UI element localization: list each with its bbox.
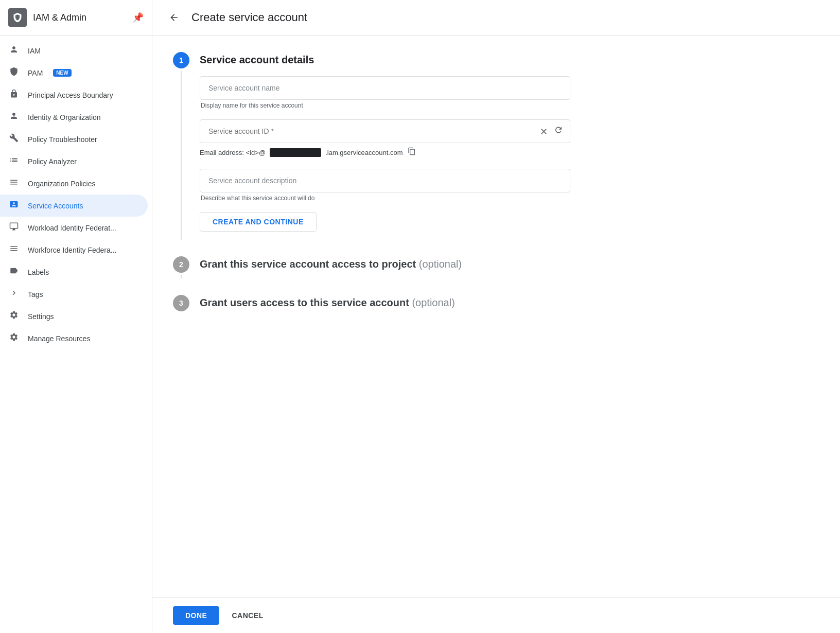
- email-suffix: .iam.gserviceaccount.com: [325, 149, 402, 156]
- tags-icon: [8, 288, 20, 300]
- sidebar-item-identity-org[interactable]: Identity & Organization: [0, 106, 148, 128]
- service-account-name-hint: Display name for this service account: [200, 102, 595, 109]
- create-and-continue-button[interactable]: CREATE AND CONTINUE: [200, 212, 317, 232]
- service-accounts-icon: [8, 200, 20, 212]
- labels-icon: [8, 266, 20, 278]
- done-button[interactable]: DONE: [173, 606, 219, 625]
- main-content: Create service account 1 Service account…: [152, 0, 840, 633]
- step1-indicator: 1: [173, 52, 189, 240]
- sidebar-item-workforce-identity[interactable]: Workforce Identity Federa...: [0, 239, 148, 261]
- sidebar-item-troubleshooter-label: Policy Troubleshooter: [28, 135, 97, 144]
- sidebar-item-manage-resources[interactable]: Manage Resources: [0, 327, 148, 349]
- step2-circle: 2: [173, 256, 189, 273]
- sidebar-item-analyzer-label: Policy Analyzer: [28, 157, 77, 166]
- sidebar-item-service-accounts[interactable]: Service Accounts: [0, 195, 148, 217]
- pam-badge: NEW: [53, 69, 71, 77]
- sidebar-item-workforce-label: Workforce Identity Federa...: [28, 246, 116, 254]
- service-account-description-hint: Describe what this service account will …: [200, 195, 595, 202]
- sidebar-item-iam-label: IAM: [28, 47, 41, 55]
- sidebar-item-iam[interactable]: IAM: [0, 40, 148, 62]
- step2-title: Grant this service account access to pro…: [200, 256, 595, 270]
- step1-content: Service account details Display name for…: [200, 52, 595, 240]
- sidebar-item-workload-label: Workload Identity Federat...: [28, 224, 116, 232]
- sidebar-item-service-accounts-label: Service Accounts: [28, 202, 83, 210]
- step2-content: Grant this service account access to pro…: [200, 256, 595, 278]
- org-policies-icon: [8, 178, 20, 189]
- email-address-row: Email address: <id>@ ██████████ .iam.gse…: [200, 146, 595, 159]
- iam-admin-logo: [8, 8, 27, 27]
- sidebar-item-pam-label: PAM: [28, 69, 43, 77]
- service-account-name-field: Display name for this service account: [200, 76, 595, 109]
- email-prefix: Email address: <id>@: [200, 149, 266, 156]
- sidebar-item-workload-identity[interactable]: Workload Identity Federat...: [0, 217, 148, 239]
- step3-content: Grant users access to this service accou…: [200, 295, 595, 317]
- service-account-id-input[interactable]: [200, 119, 570, 143]
- step2-optional: (optional): [419, 258, 462, 270]
- service-account-name-input[interactable]: [200, 76, 570, 100]
- step1-line: [181, 71, 182, 240]
- id-field-wrapper: ✕: [200, 119, 570, 143]
- sidebar-item-principal-access-boundary[interactable]: Principal Access Boundary: [0, 84, 148, 106]
- sidebar-title: IAM & Admin: [33, 12, 86, 23]
- pin-icon: 📌: [132, 12, 144, 23]
- sidebar-item-identity-label: Identity & Organization: [28, 113, 101, 121]
- pam-icon: [8, 67, 20, 79]
- sidebar-nav: IAM PAM NEW Principal Access Boundary Id…: [0, 36, 152, 633]
- sidebar-item-labels[interactable]: Labels: [0, 261, 148, 283]
- service-account-description-input[interactable]: [200, 169, 570, 192]
- step2-section: 2 Grant this service account access to p…: [173, 256, 595, 278]
- sidebar-item-settings-label: Settings: [28, 312, 54, 321]
- clear-id-button[interactable]: ✕: [539, 125, 549, 138]
- sidebar-header: IAM & Admin 📌: [0, 0, 152, 36]
- step3-title: Grant users access to this service accou…: [200, 295, 595, 309]
- sidebar-item-pam[interactable]: PAM NEW: [0, 62, 148, 84]
- step3-circle: 3: [173, 295, 189, 311]
- step1-section: 1 Service account details Display name f…: [173, 52, 595, 240]
- main-header: Create service account: [152, 0, 840, 36]
- sidebar-item-pab-label: Principal Access Boundary: [28, 91, 113, 99]
- step3-optional: (optional): [412, 297, 454, 308]
- sidebar-item-policy-analyzer[interactable]: Policy Analyzer: [0, 150, 148, 172]
- create-button-wrapper: CREATE AND CONTINUE: [200, 212, 595, 232]
- sidebar-item-manage-resources-label: Manage Resources: [28, 335, 90, 343]
- principal-access-icon: [8, 89, 20, 101]
- form-content: 1 Service account details Display name f…: [152, 36, 616, 333]
- step2-indicator: 2: [173, 256, 189, 278]
- copy-email-button[interactable]: [407, 146, 417, 159]
- step3-indicator: 3: [173, 295, 189, 317]
- service-account-description-field: Describe what this service account will …: [200, 169, 595, 202]
- id-field-icons: ✕: [539, 125, 564, 138]
- manage-resources-icon: [8, 332, 20, 344]
- settings-icon: [8, 310, 20, 322]
- workload-identity-icon: [8, 222, 20, 234]
- sidebar-item-labels-label: Labels: [28, 268, 49, 276]
- step1-title: Service account details: [200, 52, 595, 66]
- refresh-id-button[interactable]: [553, 125, 564, 138]
- iam-icon: [8, 45, 20, 57]
- workforce-identity-icon: [8, 244, 20, 256]
- email-domain-redacted: ██████████: [270, 148, 321, 157]
- sidebar-item-org-policies-label: Organization Policies: [28, 180, 96, 188]
- step1-circle: 1: [173, 52, 189, 68]
- step2-line: [181, 275, 182, 278]
- policy-analyzer-icon: [8, 155, 20, 167]
- sidebar-item-org-policies[interactable]: Organization Policies: [0, 172, 148, 195]
- sidebar: IAM & Admin 📌 IAM PAM NEW Principal Acce…: [0, 0, 152, 633]
- service-account-id-field: ✕ Email address: <id>@ ██████████ .iam.g…: [200, 119, 595, 159]
- cancel-button[interactable]: CANCEL: [227, 606, 267, 625]
- sidebar-item-settings[interactable]: Settings: [0, 305, 148, 327]
- identity-org-icon: [8, 111, 20, 123]
- policy-troubleshooter-icon: [8, 133, 20, 145]
- sidebar-item-policy-troubleshooter[interactable]: Policy Troubleshooter: [0, 128, 148, 150]
- sidebar-item-tags-label: Tags: [28, 290, 43, 298]
- back-button[interactable]: [165, 8, 183, 27]
- page-title: Create service account: [191, 11, 307, 24]
- step3-section: 3 Grant users access to this service acc…: [173, 295, 595, 317]
- bottom-bar: DONE CANCEL: [152, 597, 840, 633]
- sidebar-item-tags[interactable]: Tags: [0, 283, 148, 305]
